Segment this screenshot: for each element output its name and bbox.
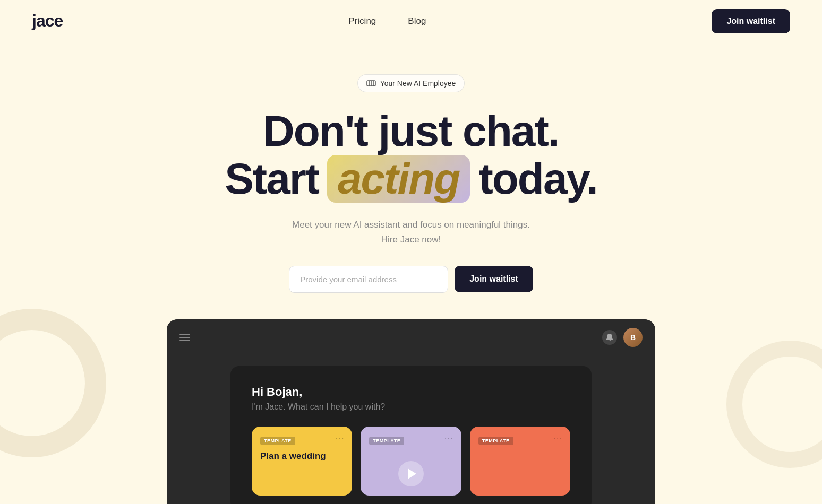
hero-form: Join waitlist	[289, 266, 533, 293]
bell-icon[interactable]	[602, 330, 617, 345]
bg-arc-left	[0, 309, 106, 457]
subtitle-line1: Meet your new AI assistant and focus on …	[292, 220, 530, 230]
template-card-orange[interactable]: TEMPLATE ···	[470, 427, 570, 496]
play-triangle-icon	[408, 468, 416, 479]
chat-subtext: I'm Jace. What can I help you with?	[252, 402, 570, 412]
nav-right: Join waitlist	[712, 9, 790, 33]
chat-greeting: Hi Bojan,	[252, 385, 570, 399]
chat-window: Hi Bojan, I'm Jace. What can I help you …	[230, 366, 592, 504]
hero-headline-1: Don't just chat.	[263, 107, 559, 155]
ai-badge: Your New AI Employee	[357, 74, 465, 92]
nav-join-button[interactable]: Join waitlist	[712, 9, 790, 33]
nav-link-blog[interactable]: Blog	[408, 16, 426, 27]
navbar: jace Pricing Blog Join waitlist	[0, 0, 822, 42]
template-badge-purple: TEMPLATE	[369, 437, 404, 445]
bg-arc-right	[726, 341, 822, 468]
ai-badge-icon	[366, 79, 376, 88]
nav-links: Pricing Blog	[348, 16, 426, 27]
hero-section: Your New AI Employee Don't just chat. St…	[0, 42, 822, 504]
hero-join-button[interactable]: Join waitlist	[455, 266, 533, 292]
avatar: B	[623, 328, 643, 347]
hero-headline-2: Start acting today.	[225, 155, 597, 203]
play-button[interactable]	[398, 461, 424, 486]
template-title-yellow: Plan a wedding	[260, 450, 344, 462]
headline-start: Start	[225, 155, 319, 203]
app-topbar-right: B	[602, 328, 643, 347]
template-dots-purple[interactable]: ···	[444, 434, 454, 442]
nav-link-pricing[interactable]: Pricing	[348, 16, 376, 27]
hamburger-line-1	[179, 334, 190, 335]
app-preview: B Hi Bojan, I'm Jace. What can I help yo…	[167, 319, 655, 504]
hero-content: Your New AI Employee Don't just chat. St…	[167, 42, 655, 504]
subtitle-line2: Hire Jace now!	[381, 234, 441, 245]
template-card-purple[interactable]: TEMPLATE ···	[361, 427, 461, 496]
template-dots-yellow[interactable]: ···	[336, 434, 345, 442]
template-badge-orange: TEMPLATE	[478, 437, 513, 445]
email-input[interactable]	[289, 266, 448, 293]
logo[interactable]: jace	[32, 11, 63, 31]
app-topbar: B	[167, 319, 655, 355]
template-badge-yellow: TEMPLATE	[260, 437, 295, 445]
template-dots-orange[interactable]: ···	[553, 434, 563, 442]
app-content: Hi Bojan, I'm Jace. What can I help you …	[167, 355, 655, 504]
hamburger-line-3	[179, 340, 190, 341]
ai-badge-text: Your New AI Employee	[380, 79, 456, 88]
template-card-yellow[interactable]: TEMPLATE ··· Plan a wedding	[252, 427, 352, 496]
templates-row: TEMPLATE ··· Plan a wedding TEMPLATE ···	[252, 427, 570, 496]
hero-subtitle: Meet your new AI assistant and focus on …	[292, 218, 530, 246]
headline-end: today.	[478, 155, 597, 203]
hamburger-menu[interactable]	[179, 334, 190, 341]
headline-acting: acting	[327, 155, 470, 203]
hamburger-line-2	[179, 337, 190, 338]
